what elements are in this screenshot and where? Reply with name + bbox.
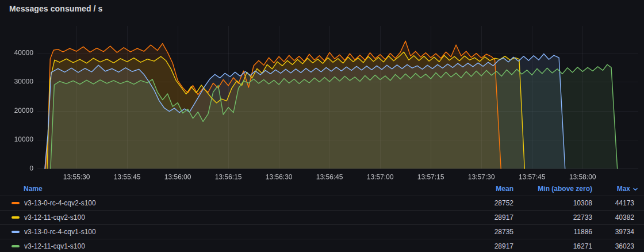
legend-header-row: Name Mean Min (above zero) Max (0, 182, 644, 196)
legend-header-max-label: Max (617, 185, 630, 193)
legend-header-mean[interactable]: Mean (444, 185, 513, 193)
series-color-swatch (12, 202, 20, 204)
timeseries-chart[interactable] (0, 0, 644, 182)
legend-row: v3-12-11-cqv2-s100289172273340382 (0, 210, 644, 224)
series-color-swatch (12, 231, 20, 233)
series-max-value: 44173 (592, 199, 639, 207)
legend-header-name[interactable]: Name (12, 185, 444, 193)
series-min-value: 16271 (513, 242, 592, 250)
series-mean-value: 28917 (444, 242, 513, 250)
series-mean-value: 28752 (444, 199, 513, 207)
legend-rows: v3-13-0-rc-4-cqv2-s100287521030844173v3-… (0, 196, 644, 252)
series-color-swatch (12, 245, 20, 247)
legend-row: v3-13-0-rc-4-cqv1-s100287351188639734 (0, 224, 644, 239)
legend-header-min[interactable]: Min (above zero) (513, 185, 592, 193)
series-min-value: 10308 (513, 199, 592, 207)
grafana-panel: Messages consumed / s Name Mean Min (abo… (0, 0, 644, 252)
series-max-value: 39734 (592, 228, 639, 236)
legend-table: Name Mean Min (above zero) Max v3-13-0-r… (0, 182, 644, 252)
series-name[interactable]: v3-12-11-cqv1-s100 (24, 242, 85, 250)
series-min-value: 11886 (513, 228, 592, 236)
legend-row: v3-13-0-rc-4-cqv2-s100287521030844173 (0, 196, 644, 210)
sort-desc-chevron-down-icon (632, 186, 639, 193)
series-min-value: 22733 (513, 213, 592, 222)
series-max-value: 36023 (592, 242, 639, 250)
series-color-swatch (12, 216, 20, 219)
series-name[interactable]: v3-13-0-rc-4-cqv2-s100 (24, 199, 96, 207)
series-name[interactable]: v3-12-11-cqv2-s100 (24, 213, 85, 222)
series-mean-value: 28917 (444, 213, 513, 222)
series-name[interactable]: v3-13-0-rc-4-cqv1-s100 (24, 228, 96, 236)
legend-header-max[interactable]: Max (592, 185, 639, 193)
series-mean-value: 28735 (444, 228, 513, 236)
series-max-value: 40382 (592, 213, 639, 222)
legend-row: v3-12-11-cqv1-s100289171627136023 (0, 239, 644, 252)
